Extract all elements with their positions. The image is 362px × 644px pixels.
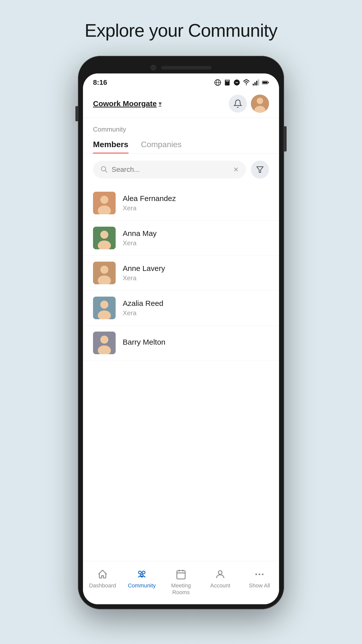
meeting-rooms-icon: [175, 568, 187, 580]
svg-rect-6: [228, 79, 229, 81]
avatar-svg: [251, 95, 269, 113]
filter-icon: [256, 165, 264, 174]
avatar-placeholder: [93, 192, 116, 214]
member-avatar: [93, 227, 116, 249]
status-time: 8:16: [93, 78, 107, 87]
dashboard-icon: [97, 568, 109, 580]
nav-item-community[interactable]: Community: [122, 566, 161, 598]
sd-card-icon: [224, 79, 231, 86]
member-info: Anna May Xera: [123, 229, 157, 247]
svg-point-48: [262, 574, 264, 575]
member-avatar: [93, 332, 116, 354]
status-icons: [214, 79, 269, 86]
user-avatar[interactable]: [251, 95, 269, 113]
member-info: Barry Melton: [123, 338, 165, 348]
svg-point-18: [257, 98, 263, 104]
person-icon: [215, 569, 226, 580]
member-item[interactable]: Anne Lavery Xera: [83, 256, 279, 291]
svg-point-46: [255, 574, 257, 575]
nav-label-dashboard: Dashboard: [89, 582, 116, 589]
signal-icon: [252, 79, 259, 86]
bottom-nav: Dashboard Community: [83, 561, 279, 604]
avatar-svg: [93, 227, 116, 249]
svg-line-21: [105, 171, 107, 172]
clear-icon[interactable]: ✕: [233, 166, 239, 174]
member-name: Azalia Reed: [123, 299, 163, 308]
member-item[interactable]: Alea Fernandez Xera: [83, 186, 279, 221]
filter-button[interactable]: [251, 160, 269, 179]
member-avatar: [93, 297, 116, 319]
nav-item-show-all[interactable]: Show All: [240, 566, 279, 598]
member-company: Xera: [123, 239, 157, 247]
tabs-container: Members Companies: [83, 136, 279, 153]
avatar-placeholder: [93, 227, 116, 249]
chevron-down-icon: ▾: [159, 100, 161, 107]
section-label: Community: [83, 118, 279, 136]
member-item[interactable]: Azalia Reed Xera: [83, 291, 279, 326]
page-title: Explore your Community: [85, 20, 277, 41]
svg-point-38: [139, 571, 141, 574]
member-company: Xera: [123, 309, 163, 317]
side-button-right: [284, 126, 287, 151]
svg-rect-15: [263, 82, 267, 84]
svg-point-30: [100, 266, 108, 274]
svg-rect-13: [258, 79, 259, 86]
svg-point-47: [259, 574, 260, 575]
wifi-icon: [243, 79, 250, 86]
status-bar: 8:16: [83, 73, 279, 90]
avatar-svg: [93, 192, 116, 214]
phone-notch: [83, 61, 279, 73]
globe-icon: [214, 79, 221, 86]
member-avatar: [93, 192, 116, 214]
svg-point-33: [100, 301, 108, 309]
nav-item-meeting-rooms[interactable]: Meeting Rooms: [161, 566, 201, 598]
member-item[interactable]: Anna May Xera: [83, 221, 279, 256]
avatar-placeholder: [93, 332, 116, 354]
member-info: Azalia Reed Xera: [123, 299, 163, 317]
nav-label-show-all: Show All: [249, 582, 270, 589]
community-icon: [136, 568, 148, 580]
avatar-svg: [93, 262, 116, 284]
svg-rect-5: [227, 79, 228, 82]
svg-marker-22: [257, 167, 263, 173]
avatar-svg: [93, 297, 116, 319]
member-name: Alea Fernandez: [123, 194, 176, 203]
show-all-icon: [253, 568, 265, 580]
svg-point-40: [141, 574, 143, 577]
battery-icon: [262, 79, 269, 86]
member-item[interactable]: Barry Melton: [83, 326, 279, 360]
account-icon: [214, 568, 226, 580]
tab-members[interactable]: Members: [93, 136, 128, 153]
phone-frame: 8:16 Cowork Moorgate ▾: [78, 56, 284, 609]
calendar-icon: [175, 569, 187, 580]
nav-item-dashboard[interactable]: Dashboard: [83, 566, 122, 598]
member-company: Xera: [123, 204, 176, 212]
search-input-wrap[interactable]: ✕: [93, 161, 246, 178]
svg-point-36: [100, 336, 108, 344]
search-svg: [100, 165, 108, 173]
search-input[interactable]: [112, 166, 229, 174]
phone-screen: 8:16 Cowork Moorgate ▾: [83, 73, 279, 604]
camera: [151, 65, 156, 70]
svg-rect-12: [256, 81, 257, 86]
svg-point-45: [218, 571, 222, 575]
bell-icon: [233, 99, 242, 108]
search-row: ✕: [83, 153, 279, 186]
tab-companies[interactable]: Companies: [141, 136, 182, 153]
community-svg: [136, 569, 147, 580]
svg-rect-10: [253, 84, 254, 86]
svg-rect-11: [254, 82, 256, 86]
svg-point-27: [100, 231, 108, 239]
svg-rect-16: [268, 82, 269, 83]
member-list: Alea Fernandez Xera: [83, 186, 279, 561]
app-header: Cowork Moorgate ▾: [83, 90, 279, 118]
svg-rect-4: [226, 79, 226, 81]
member-avatar: [93, 262, 116, 284]
member-name: Barry Melton: [123, 338, 165, 346]
home-icon: [97, 569, 108, 580]
nav-item-account[interactable]: Account: [201, 566, 240, 598]
svg-point-39: [142, 571, 145, 574]
notification-button[interactable]: [229, 95, 247, 113]
member-company: Xera: [123, 274, 165, 282]
workspace-selector[interactable]: Cowork Moorgate ▾: [93, 99, 161, 108]
